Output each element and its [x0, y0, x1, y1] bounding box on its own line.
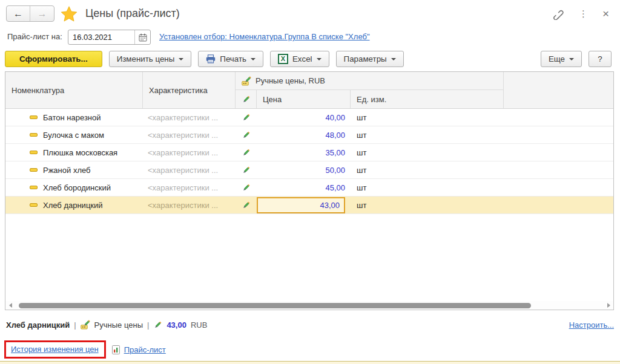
chevron-down-icon [391, 58, 396, 60]
separator: | [74, 320, 76, 330]
item-icon [30, 203, 38, 207]
excel-icon: X [278, 54, 288, 64]
chevron-down-icon [317, 58, 322, 60]
item-icon [30, 133, 38, 137]
close-icon[interactable]: × [602, 7, 609, 21]
separator: | [147, 320, 149, 330]
price-type-icon [81, 320, 90, 330]
unit-cell: шт [351, 109, 504, 126]
unit-cell: шт [351, 197, 504, 213]
column-header-nomenclature[interactable]: Номенклатура [5, 72, 143, 108]
table-row[interactable]: Хлеб бородинский <характеристики ... 45,… [5, 179, 613, 197]
scrollbar-track[interactable] [15, 301, 604, 310]
print-button[interactable]: Печать [198, 51, 263, 67]
price-cell[interactable]: 45,00 [257, 179, 351, 196]
price-group-label: Ручные цены, RUB [256, 76, 325, 85]
nomenclature-cell: Плюшка московская [43, 148, 117, 157]
unit-cell: шт [351, 161, 504, 178]
scroll-left-icon[interactable] [5, 303, 15, 308]
excel-label: Excel [292, 54, 312, 63]
table-row[interactable]: Ржаной хлеб <характеристики ... 50,00 шт [5, 161, 613, 179]
excel-button[interactable]: X Excel [270, 51, 329, 67]
nomenclature-cell: Ржаной хлеб [43, 166, 91, 175]
characteristic-cell: <характеристики ... [143, 197, 236, 213]
footer-links: История изменения цен Прайс-лист [4, 340, 166, 359]
chevron-down-icon [569, 58, 574, 60]
table-header: Номенклатура Характеристика Ручные цены,… [5, 72, 613, 109]
status-price-type: Ручные цены [94, 320, 143, 330]
item-icon [30, 115, 38, 119]
price-list-window: ← → Цены (прайс-лист) ⋮ × Прайс-лист на: [0, 0, 620, 364]
active-cell-value[interactable]: 43,00 [257, 197, 345, 213]
column-header-unit[interactable]: Ед. изм. [351, 90, 504, 108]
page-title: Цены (прайс-лист) [85, 7, 180, 20]
unit-cell: шт [351, 179, 504, 196]
price-cell[interactable]: 40,00 [257, 109, 351, 126]
generate-button[interactable]: Сформировать... [5, 51, 102, 67]
active-price-cell[interactable]: 43,00 [257, 197, 351, 213]
help-button[interactable]: ? [589, 51, 612, 67]
edit-pencil-icon[interactable] [236, 179, 257, 196]
more-button[interactable]: Еще [541, 51, 582, 67]
forward-button[interactable]: → [30, 6, 54, 21]
calendar-icon[interactable] [134, 30, 150, 44]
date-input[interactable]: 16.03.2021 [68, 30, 151, 45]
status-price-value: 43,00 [167, 320, 186, 330]
back-button[interactable]: ← [7, 6, 30, 21]
toolbar: Сформировать... Изменить цены Печать X E… [5, 50, 612, 67]
chevron-down-icon [251, 58, 256, 60]
status-currency: RUB [191, 320, 207, 330]
item-icon [30, 186, 38, 189]
nomenclature-cell: Булочка с маком [43, 131, 104, 140]
price-cell[interactable]: 35,00 [257, 144, 351, 161]
parameters-button[interactable]: Параметры [336, 51, 404, 67]
print-label: Печать [220, 54, 246, 63]
scroll-right-icon[interactable] [604, 303, 613, 308]
edit-pencil-icon[interactable] [236, 109, 257, 126]
edit-pencil-icon[interactable] [236, 126, 257, 143]
status-bar: Хлеб дарницкий | Ручные цены | [6, 320, 614, 330]
bottom-strip [0, 361, 620, 364]
edit-pencil-icon[interactable] [236, 197, 257, 213]
table-row-selected[interactable]: Хлеб дарницкий <характеристики ... 43,00… [5, 197, 613, 214]
characteristic-cell: <характеристики ... [143, 144, 236, 161]
filter-row: Прайс-лист на: 16.03.2021 Установлен отб… [0, 27, 620, 47]
filter-selection-link[interactable]: Установлен отбор: Номенклатура.Группа В … [159, 32, 370, 41]
scrollbar-thumb[interactable] [19, 303, 531, 308]
characteristic-cell: <характеристики ... [143, 161, 236, 178]
date-value[interactable]: 16.03.2021 [68, 30, 134, 44]
edit-pencil-icon[interactable] [236, 161, 257, 178]
column-header-price[interactable]: Цена [257, 90, 351, 108]
more-menu-icon[interactable]: ⋮ [579, 8, 588, 19]
item-icon [30, 151, 38, 154]
table-row[interactable]: Булочка с маком <характеристики ... 48,0… [5, 126, 613, 144]
pencil-icon [153, 320, 162, 330]
get-link-icon[interactable] [553, 8, 564, 20]
price-table: Номенклатура Характеристика Ручные цены,… [5, 71, 614, 310]
nomenclature-cell: Батон нарезной [43, 113, 101, 122]
price-cell[interactable]: 48,00 [257, 126, 351, 143]
report-icon [112, 345, 120, 354]
favorite-star-icon[interactable] [61, 5, 78, 22]
titlebar: ← → Цены (прайс-лист) ⋮ × [0, 0, 620, 27]
characteristic-cell: <характеристики ... [143, 109, 236, 126]
change-prices-button[interactable]: Изменить цены [109, 51, 192, 67]
annotation-highlight-box: История изменения цен [4, 340, 106, 359]
price-history-link[interactable]: История изменения цен [11, 345, 99, 354]
column-header-price-group[interactable]: Ручные цены, RUB [236, 72, 504, 90]
pricelist-link[interactable]: Прайс-лист [124, 345, 166, 354]
configure-link[interactable]: Настроить... [569, 320, 614, 330]
edit-pencil-icon[interactable] [236, 144, 257, 161]
unit-cell: шт [351, 126, 504, 143]
chevron-down-icon [179, 58, 183, 60]
more-label: Еще [549, 54, 565, 63]
column-header-edit[interactable] [236, 90, 257, 108]
table-row[interactable]: Батон нарезной <характеристики ... 40,00… [5, 109, 613, 126]
characteristic-cell: <характеристики ... [143, 179, 236, 196]
price-type-icon [242, 76, 251, 86]
horizontal-scrollbar[interactable] [5, 301, 613, 310]
price-cell[interactable]: 50,00 [257, 161, 351, 178]
unit-cell: шт [351, 144, 504, 161]
table-row[interactable]: Плюшка московская <характеристики ... 35… [5, 144, 613, 161]
column-header-characteristic[interactable]: Характеристика [143, 72, 236, 108]
